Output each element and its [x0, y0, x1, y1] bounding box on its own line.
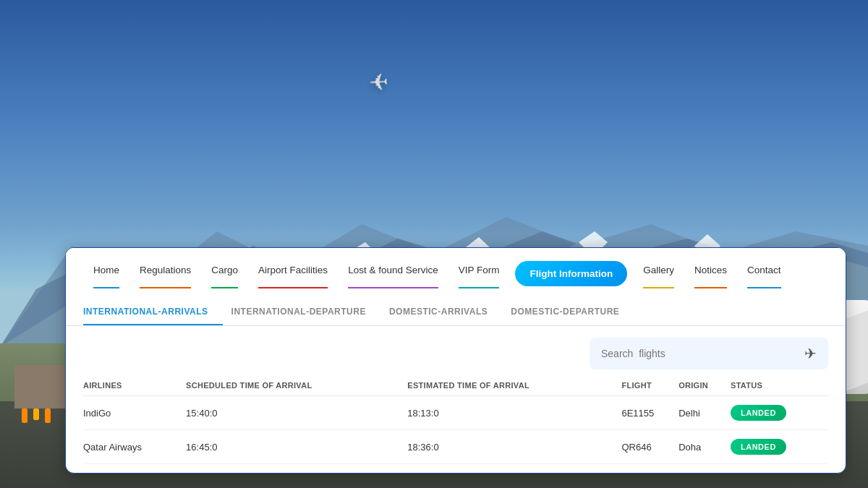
cell-airline: IndiGo: [83, 396, 186, 430]
col-flight: FLIGHT: [621, 375, 678, 396]
cell-origin: Delhi: [678, 396, 731, 430]
table-row: Qatar Airways 16:45:0 18:36:0 QR646 Doha…: [83, 430, 828, 464]
nav-home[interactable]: Home: [83, 265, 129, 288]
col-origin: ORIGIN: [678, 375, 731, 396]
cell-status: LANDED: [731, 430, 828, 464]
cell-scheduled: 15:40:0: [186, 396, 407, 430]
status-badge: LANDED: [731, 439, 786, 455]
flight-tabs: INTERNATIONAL-ARRIVALS INTERNATIONAL-DEP…: [66, 292, 846, 326]
cell-estimated: 18:13:0: [407, 396, 621, 430]
nav-flight-information[interactable]: Flight Information: [515, 261, 627, 286]
nav-regulations[interactable]: Regulations: [129, 265, 201, 288]
search-input[interactable]: [601, 348, 797, 359]
nav-cargo[interactable]: Cargo: [201, 265, 248, 288]
tab-international-arrivals[interactable]: INTERNATIONAL-ARRIVALS: [83, 301, 223, 325]
flying-plane-icon: ✈: [368, 68, 389, 96]
cell-flight: 6E1155: [621, 396, 678, 430]
table-header-row: AIRLINES SCHEDULED TIME OF ARRIVAL ESTIM…: [83, 375, 828, 396]
table-row: IndiGo 15:40:0 18:13:0 6E1155 Delhi LAND…: [83, 396, 828, 430]
tab-international-departure[interactable]: INTERNATIONAL-DEPARTURE: [231, 301, 380, 325]
col-scheduled: SCHEDULED TIME OF ARRIVAL: [186, 375, 407, 396]
cell-airline: Qatar Airways: [83, 430, 186, 464]
search-area: ✈: [66, 326, 846, 375]
search-box: ✈: [590, 338, 828, 369]
ground-workers: [22, 408, 51, 423]
nav-notices[interactable]: Notices: [684, 265, 737, 288]
cell-estimated: 18:36:0: [407, 430, 621, 464]
cell-status: LANDED: [731, 396, 828, 430]
nav-vip-form[interactable]: VIP Form: [448, 265, 510, 288]
main-card: Home Regulations Cargo Airport Facilitie…: [65, 247, 846, 474]
col-airlines: AIRLINES: [83, 375, 186, 396]
nav-lost-found[interactable]: Lost & found Service: [338, 265, 448, 288]
flights-table: AIRLINES SCHEDULED TIME OF ARRIVAL ESTIM…: [83, 375, 828, 464]
cell-scheduled: 16:45:0: [186, 430, 407, 464]
nav-airport-facilities[interactable]: Airport Facilities: [248, 265, 338, 288]
navigation-bar: Home Regulations Cargo Airport Facilitie…: [66, 248, 846, 292]
nav-gallery[interactable]: Gallery: [633, 265, 684, 288]
nav-contact[interactable]: Contact: [737, 265, 791, 288]
flights-table-wrapper: AIRLINES SCHEDULED TIME OF ARRIVAL ESTIM…: [66, 375, 846, 473]
tab-domestic-arrivals[interactable]: DOMESTIC-ARRIVALS: [389, 301, 502, 325]
search-plane-icon: ✈: [804, 345, 817, 362]
status-badge: LANDED: [731, 405, 786, 421]
col-estimated: ESTIMATED TIME OF ARRIVAL: [407, 375, 621, 396]
cell-origin: Doha: [678, 430, 731, 464]
col-status: STATUS: [731, 375, 828, 396]
tab-domestic-departure[interactable]: DOMESTIC-DEPARTURE: [511, 301, 634, 325]
cell-flight: QR646: [621, 430, 678, 464]
